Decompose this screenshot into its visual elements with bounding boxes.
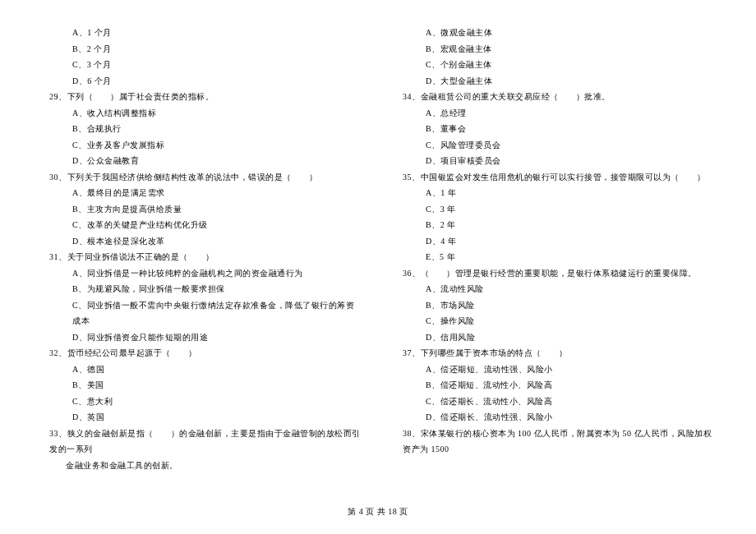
q34-option-a: A、总经理 bbox=[394, 105, 715, 122]
q36-stem: 36、（ ）管理是银行经营的重要职能，是银行体系稳健运行的重要保障。 bbox=[394, 265, 715, 282]
q35-option-e: E、5 年 bbox=[394, 249, 715, 265]
q33-option-b: B、宏观金融主体 bbox=[394, 41, 715, 58]
q36-option-c: C、操作风险 bbox=[394, 313, 715, 329]
q36-option-b: B、市场风险 bbox=[394, 297, 715, 314]
q34-option-b: B、董事会 bbox=[394, 121, 715, 137]
q32-stem: 32、货币经纪公司最早起源于（ ） bbox=[41, 345, 362, 361]
q33-option-a: A、微观金融主体 bbox=[394, 25, 715, 41]
q30-option-d: D、根本途径是深化改革 bbox=[41, 233, 362, 250]
q33-stem-line1: 33、狭义的金融创新是指（ ）的金融创新，主要是指由于金融管制的放松而引发的一系… bbox=[41, 426, 362, 458]
q37-option-b: B、偿还期短、流动性小、风险高 bbox=[394, 377, 715, 394]
q37-stem: 37、下列哪些属于资本市场的特点（ ） bbox=[394, 345, 715, 361]
q28-option-d: D、6 个月 bbox=[41, 73, 362, 90]
q30-option-a: A、最终目的是满足需求 bbox=[41, 185, 362, 201]
q36-option-d: D、信用风险 bbox=[394, 329, 715, 346]
page-footer: 第 4 页 共 18 页 bbox=[0, 506, 756, 518]
right-column: A、微观金融主体 B、宏观金融主体 C、个别金融主体 D、大型金融主体 34、金… bbox=[394, 25, 715, 473]
q29-stem: 29、下列（ ）属于社会责任类的指标。 bbox=[41, 89, 362, 105]
q35-option-a: A、1 年 bbox=[394, 185, 715, 201]
q38-stem: 38、宋体某银行的核心资本为 100 亿人民币，附属资本为 50 亿人民币，风险… bbox=[394, 426, 715, 458]
q29-option-b: B、合规执行 bbox=[41, 121, 362, 137]
q31-option-d: D、同业拆借资金只能作短期的用途 bbox=[41, 329, 362, 346]
q34-option-d: D、项目审核委员会 bbox=[394, 153, 715, 169]
q32-option-d: D、英国 bbox=[41, 409, 362, 426]
q29-option-c: C、业务及客户发展指标 bbox=[41, 137, 362, 154]
q35-option-c: C、3 年 bbox=[394, 201, 715, 218]
left-column: A、1 个月 B、2 个月 C、3 个月 D、6 个月 29、下列（ ）属于社会… bbox=[41, 25, 362, 473]
q28-option-c: C、3 个月 bbox=[41, 57, 362, 73]
q28-option-b: B、2 个月 bbox=[41, 41, 362, 58]
q31-stem: 31、关于同业拆借说法不正确的是（ ） bbox=[41, 249, 362, 265]
q28-option-a: A、1 个月 bbox=[41, 25, 362, 41]
q30-option-c: C、改革的关键是产业结构优化升级 bbox=[41, 217, 362, 233]
q35-option-d: D、4 年 bbox=[394, 233, 715, 250]
q30-stem: 30、下列关于我国经济供给侧结构性改革的说法中，错误的是（ ） bbox=[41, 169, 362, 186]
q34-stem: 34、金融租赁公司的重大关联交易应经（ ）批准。 bbox=[394, 89, 715, 105]
q37-option-c: C、偿还期长、流动性小、风险高 bbox=[394, 394, 715, 410]
q34-option-c: C、风险管理委员会 bbox=[394, 137, 715, 154]
q32-option-a: A、德国 bbox=[41, 361, 362, 378]
q35-stem: 35、中国银监会对发生信用危机的银行可以实行接管，接管期限可以为（ ） bbox=[394, 169, 715, 186]
q37-option-d: D、偿还期长、流动性强、风险小 bbox=[394, 409, 715, 426]
q29-option-a: A、收入结构调整指标 bbox=[41, 105, 362, 122]
q29-option-d: D、公众金融教育 bbox=[41, 153, 362, 169]
q32-option-b: B、美国 bbox=[41, 377, 362, 394]
q33-stem-line2: 金融业务和金融工具的创新。 bbox=[41, 458, 362, 474]
q37-option-a: A、偿还期短、流动性强、风险小 bbox=[394, 361, 715, 378]
exam-page: A、1 个月 B、2 个月 C、3 个月 D、6 个月 29、下列（ ）属于社会… bbox=[0, 0, 756, 490]
q31-option-b: B、为规避风险，同业拆借一般要求担保 bbox=[41, 281, 362, 297]
q33-option-d: D、大型金融主体 bbox=[394, 73, 715, 90]
q30-option-b: B、主攻方向是提高供给质量 bbox=[41, 201, 362, 218]
q31-option-c: C、同业拆借一般不需向中央银行缴纳法定存款准备金，降低了银行的筹资成本 bbox=[41, 297, 362, 329]
q36-option-a: A、流动性风险 bbox=[394, 281, 715, 297]
q33-option-c: C、个别金融主体 bbox=[394, 57, 715, 73]
q31-option-a: A、同业拆借是一种比较纯粹的金融机构之间的资金融通行为 bbox=[41, 265, 362, 282]
q32-option-c: C、意大利 bbox=[41, 394, 362, 410]
q35-option-b: B、2 年 bbox=[394, 217, 715, 233]
